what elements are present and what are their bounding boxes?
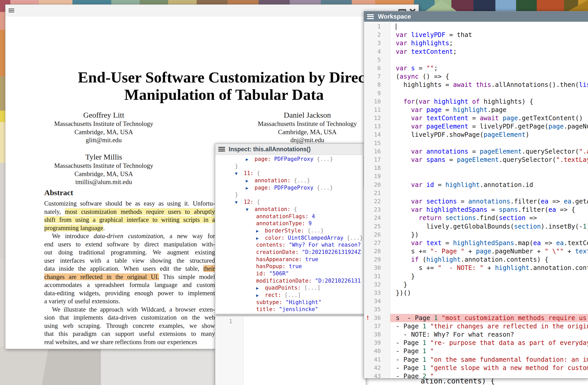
- tree-row[interactable]: annotationFlags: 4: [215, 213, 363, 220]
- tree-row[interactable]: annotationType: 9: [215, 220, 363, 227]
- code-line[interactable]: 19: [364, 172, 588, 180]
- eval-input[interactable]: [243, 317, 366, 385]
- code-line[interactable]: 40- Page 1 ": [364, 347, 588, 355]
- tree-row[interactable]: ▶annotation: {...}: [215, 177, 363, 184]
- code-line[interactable]: 31 }: [364, 272, 588, 281]
- code-line[interactable]: 30 s += " - NOTE: " + highlight.annotati…: [364, 264, 588, 272]
- code-line[interactable]: 28 s += "- Page " + page.pageNumber + " …: [364, 247, 588, 255]
- code-line[interactable]: 25 lively.getGlobalBounds(section).inset…: [364, 222, 588, 231]
- expand-triangle-icon[interactable]: ▶: [246, 177, 255, 185]
- text-segment: }): [396, 231, 419, 238]
- code-line[interactable]: 39- Page 1 "re- purpose that data as par…: [364, 339, 588, 347]
- hamburger-icon[interactable]: [218, 146, 225, 153]
- hamburger-icon[interactable]: [9, 8, 14, 13]
- horizontal-scrollbar[interactable]: [215, 313, 366, 317]
- tree-row[interactable]: ▶borderStyle: {...}: [215, 227, 363, 235]
- code-line[interactable]: 35: [364, 305, 588, 314]
- code-line[interactable]: 34: [364, 297, 588, 305]
- text-segment: ".textLay: [556, 156, 588, 163]
- code-line[interactable]: 1: [364, 22, 588, 31]
- code-line[interactable]: 18: [364, 164, 588, 172]
- code-line[interactable]: 33})(): [364, 289, 588, 297]
- expand-triangle-icon[interactable]: ▶: [256, 235, 265, 242]
- code-line[interactable]: 32 }: [364, 281, 588, 289]
- code-line[interactable]: 23 var highlightedSpans = spans.filter(e…: [364, 206, 588, 214]
- tree-row[interactable]: hasPopup: true: [215, 263, 363, 270]
- text-segment: +: [483, 264, 495, 271]
- tree-row[interactable]: ▼11: {: [215, 170, 363, 177]
- expand-triangle-icon[interactable]: ▶: [256, 292, 265, 299]
- code-line[interactable]: 42- Page 1 "gentle slope with a new meth…: [364, 364, 588, 372]
- code-line[interactable]: 26 }): [364, 231, 588, 239]
- tree-row[interactable]: modificationDate: "D:20210226131: [215, 277, 363, 285]
- text-segment: Uint8ClampedArray: [285, 235, 344, 241]
- tree-row[interactable]: hasAppearance: true: [215, 256, 363, 263]
- code-line[interactable]: 11 var page = highlight.page: [364, 106, 588, 114]
- code-line[interactable]: 27 var text = highlightedSpans.map(ea =>…: [364, 239, 588, 247]
- abstract-line: nately, most customization methods requi…: [44, 208, 215, 216]
- scrollbar-thumb[interactable]: [216, 314, 365, 316]
- code-line[interactable]: 15: [364, 139, 588, 147]
- text-segment: highlights: [411, 39, 449, 47]
- code-line[interactable]: 21: [364, 189, 588, 197]
- inspector-eval-pane[interactable]: 1: [215, 317, 366, 385]
- text-segment: ea: [541, 198, 549, 205]
- paper-window-titlebar[interactable]: [5, 5, 419, 16]
- code-line[interactable]: 3var highlights;: [364, 39, 588, 47]
- inspector-window-titlebar[interactable]: Inspect: this.allAnnotations(): [215, 144, 366, 155]
- code-line[interactable]: 22 var sections = annotations.filter(ea …: [364, 197, 588, 206]
- author-location: Cambridge, MA, USA: [250, 128, 364, 136]
- code-line[interactable]: !36s - Page 1 "most customization method…: [364, 314, 588, 322]
- code-line[interactable]: 4var textContent;: [364, 48, 588, 56]
- text-segment: "gentle slope with a new method for cust…: [430, 364, 588, 372]
- collapse-triangle-icon[interactable]: ▼: [246, 206, 255, 213]
- code-line[interactable]: 29 if (highlight.annotation.contents) {: [364, 255, 588, 264]
- tree-row[interactable]: ▶page: PDFPageProxy {...}: [215, 184, 363, 192]
- tree-row[interactable]: ▶rect: [...]: [215, 292, 363, 299]
- text-segment: [422, 181, 426, 188]
- code-line[interactable]: 2var livelyPDF = that: [364, 31, 588, 39]
- code-line[interactable]: 8 highlights = await this.allAnnotations…: [364, 81, 588, 89]
- code-line[interactable]: 37- Page 1 "their changes are reflected …: [364, 322, 588, 330]
- hamburger-icon[interactable]: [367, 13, 374, 20]
- text-segment: - Page: [396, 339, 422, 346]
- expand-triangle-icon[interactable]: ▶: [246, 156, 255, 163]
- code-line[interactable]: 14 livelyPDF.showPage(pageElement): [364, 131, 588, 139]
- workspace-window-titlebar[interactable]: Workspace: [364, 11, 588, 22]
- code-line[interactable]: 17 var spans = pageElement.querySelector…: [364, 156, 588, 164]
- code-line[interactable]: 41- Page 1 "on the same fundamental foun…: [364, 356, 588, 364]
- code-line[interactable]: 43- Page 2 ": [364, 372, 588, 378]
- tree-row[interactable]: ▶quadPoints: [...]: [215, 284, 363, 292]
- expand-triangle-icon[interactable]: ▶: [256, 228, 265, 235]
- collapse-triangle-icon[interactable]: ▼: [235, 170, 244, 177]
- code-line[interactable]: 9: [364, 89, 588, 97]
- tree-row[interactable]: }: [215, 163, 363, 170]
- code-line[interactable]: 24 return sections.find(section =>: [364, 214, 588, 222]
- tree-row[interactable]: ▶color: Uint8ClampedArray {...}: [215, 235, 363, 242]
- expand-triangle-icon[interactable]: ▶: [256, 285, 265, 292]
- tree-row[interactable]: }: [215, 191, 363, 199]
- tree-row[interactable]: ▼annotation: {: [215, 206, 363, 213]
- tree-row[interactable]: creationDate: "D:20210226131924Z: [215, 249, 363, 256]
- tree-row[interactable]: contents: "Why? For what reason?: [215, 241, 363, 249]
- collapse-triangle-icon[interactable]: ▼: [235, 199, 244, 206]
- code-line[interactable]: 6var s = "";: [364, 64, 588, 72]
- code-line[interactable]: 13 var pageElement = livelyPDF.getPage(p…: [364, 122, 588, 131]
- text-segment: "their changes are reflected in the orig…: [430, 322, 588, 330]
- tree-row[interactable]: id: "506R": [215, 270, 363, 277]
- tree-row[interactable]: subtype: "Highlight": [215, 299, 363, 306]
- code-line[interactable]: 5: [364, 56, 588, 64]
- tree-row[interactable]: ▶page: PDFPageProxy {...}: [215, 156, 363, 163]
- tree-row[interactable]: title: "jenslincke": [215, 306, 363, 313]
- code-line[interactable]: 20 var id = highlight.annotation.id: [364, 181, 588, 189]
- code-line[interactable]: 12 var textContent = await page.getTextC…: [364, 114, 588, 122]
- expand-triangle-icon[interactable]: ▶: [246, 185, 255, 192]
- tree-row[interactable]: ▼12: {: [215, 199, 363, 206]
- code-editor[interactable]: 12var livelyPDF = that3var highlights;4v…: [364, 22, 588, 378]
- code-line[interactable]: 16 var annotations = pageElement.querySe…: [364, 147, 588, 156]
- code-line[interactable]: 7(async () => {: [364, 72, 588, 81]
- code-line[interactable]: 38 - NOTE: Why? For what reason?: [364, 330, 588, 339]
- code-line[interactable]: 10 for(var highlight of highlights) {: [364, 97, 588, 106]
- line-number: 28: [364, 247, 390, 255]
- text-segment: accommodates a spreadsheet formula langu…: [44, 281, 215, 288]
